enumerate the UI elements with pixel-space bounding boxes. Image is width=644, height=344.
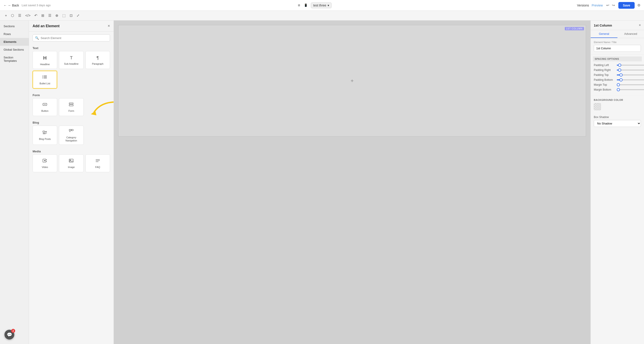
margin-bottom-label: Margin Bottom [594, 88, 615, 91]
canvas-add-button[interactable]: + [348, 77, 356, 84]
image-icon [69, 158, 74, 164]
image-element-card[interactable]: Image [59, 154, 84, 172]
back-button[interactable]: ← ← Back [4, 4, 19, 7]
form-section-label: Form [29, 91, 114, 98]
toolbar: + ⬡ ☰ </> ↶ ⊞ ☰ ⊕ ⬚ ⊡ ⤢ [0, 11, 644, 20]
padding-bottom-slider[interactable] [617, 80, 644, 80]
search-input[interactable] [40, 36, 108, 40]
padding-left-label: Padding Left [594, 64, 615, 67]
margin-bottom-row: Margin Bottom 0 [594, 88, 641, 91]
close-panel-button[interactable]: × [108, 24, 110, 28]
layers-toolbar-btn[interactable]: ⬡ [10, 12, 16, 19]
right-panel-header: 1st Column × [591, 20, 644, 30]
padding-top-label: Padding Top [594, 74, 615, 76]
bullet-list-label: Bullet List [40, 82, 50, 85]
svg-point-4 [42, 78, 43, 78]
paragraph-element-card[interactable]: ¶ Paragraph [86, 51, 110, 69]
padding-top-slider[interactable] [617, 74, 644, 76]
style-toolbar-btn[interactable]: ↶ [33, 12, 38, 19]
bg-color-swatch[interactable] [594, 103, 601, 110]
mobile-device-btn[interactable]: 📱 [302, 2, 309, 8]
project-name-button[interactable]: test three ▾ [311, 2, 332, 8]
element-name-label: Element Name / Title [594, 41, 641, 44]
svg-marker-20 [44, 160, 46, 161]
code-toolbar-btn[interactable]: </> [24, 12, 32, 19]
svg-rect-5 [44, 78, 47, 78]
panel-header: Add an Element × [29, 20, 114, 32]
svg-rect-8 [69, 103, 73, 104]
redo-button[interactable]: ↪ [611, 2, 616, 8]
sidebar-item-rows[interactable]: Rows [0, 30, 29, 38]
sub-headline-element-card[interactable]: T Sub-headline [59, 51, 84, 69]
box-shadow-select[interactable]: No Shadow Small Medium Large [594, 120, 641, 127]
saved-text: Last saved 3 days ago [22, 4, 51, 7]
grid-toolbar-btn[interactable]: ⊞ [40, 12, 46, 19]
tab-general[interactable]: General [591, 30, 618, 38]
back-arrow-icon: ← [4, 4, 7, 7]
spacing-title: Spacing Options [593, 56, 642, 61]
close-right-panel-button[interactable]: × [639, 23, 641, 27]
button-element-card[interactable]: Button [32, 98, 57, 116]
headline-element-card[interactable]: H Headline [32, 51, 57, 69]
desktop-device-btn[interactable]: 🖥 [296, 2, 302, 8]
headline-label: Headline [40, 63, 50, 66]
padding-right-row: Padding Right 5 [594, 68, 641, 72]
canvas-inner: + 1ST COLUMN [118, 25, 586, 136]
header-left: ← ← Back Last saved 3 days ago [4, 4, 51, 7]
svg-rect-16 [72, 130, 73, 131]
widget-toolbar-btn[interactable]: ⊡ [68, 12, 74, 19]
margin-top-row: Margin Top 0 [594, 83, 641, 86]
sidebar-item-global-sections[interactable]: Global Sections [0, 46, 29, 54]
form-element-card[interactable]: Form [59, 98, 84, 116]
panel-title: Add an Element [32, 24, 60, 28]
padding-right-label: Padding Right [594, 68, 615, 72]
preview-button[interactable]: Preview [592, 4, 603, 7]
top-header: ← ← Back Last saved 3 days ago 🖥 📱 test … [0, 0, 644, 11]
header-center: 🖥 📱 test three ▾ [296, 2, 332, 8]
left-sidebar: Sections Rows Elements Global Sections S… [0, 20, 29, 344]
margin-bottom-slider[interactable] [617, 89, 644, 90]
blog-posts-element-card[interactable]: Blog Posts [32, 126, 57, 145]
button-label: Button [41, 109, 48, 112]
device-buttons: 🖥 📱 [296, 2, 309, 8]
tab-advanced[interactable]: Advanced [618, 30, 644, 38]
svg-rect-15 [69, 130, 71, 131]
faq-label: FAQ [95, 166, 100, 169]
form-label: Form [68, 109, 74, 112]
list-toolbar-btn[interactable]: ☰ [47, 12, 53, 19]
add-element-toolbar-btn[interactable]: + [4, 12, 8, 19]
versions-button[interactable]: Versions [577, 4, 589, 7]
category-navigation-element-card[interactable]: Category Navigation [59, 126, 84, 145]
chat-bubble[interactable]: 💬 2 [4, 330, 14, 340]
padding-left-slider[interactable] [617, 65, 644, 66]
main-area: Sections Rows Elements Global Sections S… [0, 20, 644, 344]
margin-top-slider[interactable] [617, 84, 644, 85]
faq-icon [95, 158, 100, 164]
padding-right-slider[interactable] [617, 70, 644, 70]
box-shadow-label: Box Shadow [594, 116, 641, 119]
add-toolbar-btn[interactable]: ⊕ [54, 12, 60, 19]
sidebar-item-elements[interactable]: Elements [0, 38, 29, 46]
sidebar-item-section-templates[interactable]: Section Templates [0, 54, 29, 65]
resize-toolbar-btn[interactable]: ⤢ [75, 12, 81, 19]
svg-rect-1 [44, 76, 47, 76]
pages-toolbar-btn[interactable]: ☰ [17, 12, 22, 19]
button-icon [42, 102, 47, 108]
project-name-label: test three [313, 4, 326, 7]
video-label: Video [42, 166, 48, 169]
column-label: 1ST COLUMN [565, 27, 584, 30]
settings-icon-button[interactable]: ⚙ [637, 3, 640, 7]
bullet-list-element-card[interactable]: Bullet List [32, 71, 57, 88]
text-section-label: Text [29, 44, 114, 51]
bg-color-section: BACKGROUND COLOR [591, 96, 644, 113]
faq-element-card[interactable]: FAQ [86, 154, 110, 172]
element-name-input[interactable] [594, 45, 641, 52]
undo-button[interactable]: ↩ [606, 2, 610, 8]
save-button[interactable]: Save [618, 2, 635, 9]
blog-posts-label: Blog Posts [39, 138, 51, 140]
layout-toolbar-btn[interactable]: ⬚ [61, 12, 67, 19]
sidebar-item-sections[interactable]: Sections [0, 22, 29, 30]
category-navigation-label: Category Navigation [61, 136, 82, 142]
video-element-card[interactable]: Video [32, 154, 57, 172]
padding-bottom-label: Padding Bottom [594, 78, 615, 82]
